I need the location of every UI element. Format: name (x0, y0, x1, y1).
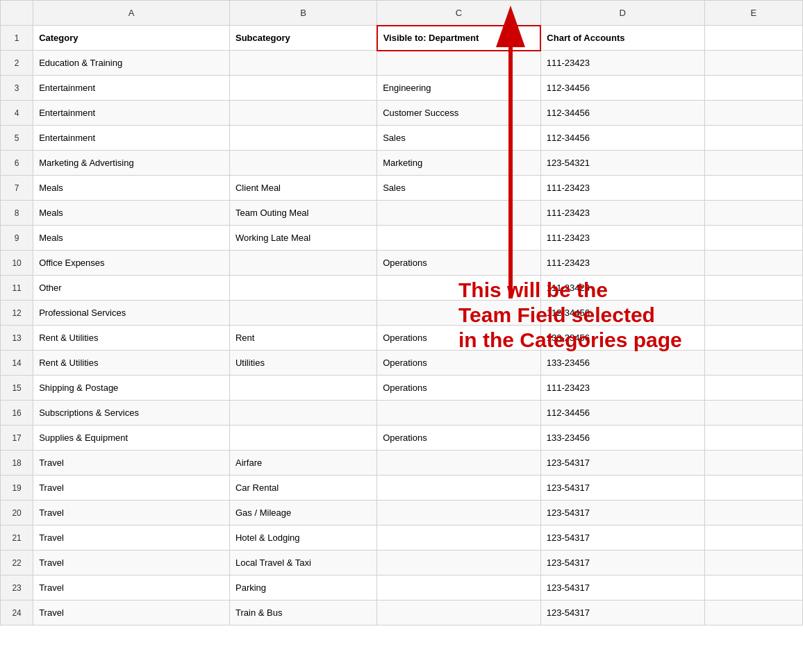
cell-d-21[interactable]: 123-54317 (540, 526, 704, 551)
cell-a-15[interactable]: Shipping & Postage (33, 376, 230, 401)
cell-b-2[interactable] (229, 51, 376, 76)
cell-a-5[interactable]: Entertainment (33, 126, 230, 151)
cell-e-18[interactable] (704, 451, 802, 476)
cell-c-21[interactable] (377, 526, 541, 551)
cell-a-4[interactable]: Entertainment (33, 101, 230, 126)
cell-e-14[interactable] (704, 351, 802, 376)
cell-a-19[interactable]: Travel (33, 476, 230, 501)
cell-a-9[interactable]: Meals (33, 226, 230, 251)
cell-d-6[interactable]: 123-54321 (540, 151, 704, 176)
cell-e-11[interactable] (704, 276, 802, 301)
cell-a-3[interactable]: Entertainment (33, 76, 230, 101)
cell-b-12[interactable] (229, 301, 376, 326)
cell-c-8[interactable] (377, 201, 541, 226)
cell-d-12[interactable]: 112-34456 (540, 301, 704, 326)
cell-c-6[interactable]: Marketing (377, 151, 541, 176)
cell-d-8[interactable]: 111-23423 (540, 201, 704, 226)
cell-d-2[interactable]: 111-23423 (540, 51, 704, 76)
col-header-d[interactable]: D (540, 1, 704, 26)
col-header-a[interactable]: A (33, 1, 230, 26)
cell-c-17[interactable]: Operations (377, 426, 541, 451)
cell-e-5[interactable] (704, 126, 802, 151)
cell-a-6[interactable]: Marketing & Advertising (33, 151, 230, 176)
cell-b-20[interactable]: Gas / Mileage (229, 501, 376, 526)
cell-c-22[interactable] (377, 551, 541, 576)
cell-d-1[interactable]: Chart of Accounts (540, 26, 704, 51)
cell-a-21[interactable]: Travel (33, 526, 230, 551)
cell-d-11[interactable]: 111-23423 (540, 276, 704, 301)
cell-c-19[interactable] (377, 476, 541, 501)
cell-d-22[interactable]: 123-54317 (540, 551, 704, 576)
cell-a-1[interactable]: Category (33, 26, 230, 51)
cell-d-23[interactable]: 123-54317 (540, 576, 704, 600)
cell-e-17[interactable] (704, 426, 802, 451)
cell-e-21[interactable] (704, 526, 802, 551)
cell-c-11[interactable] (377, 276, 541, 301)
cell-e-2[interactable] (704, 51, 802, 76)
cell-b-6[interactable] (229, 151, 376, 176)
cell-c-12[interactable] (377, 301, 541, 326)
cell-d-20[interactable]: 123-54317 (540, 501, 704, 526)
cell-a-16[interactable]: Subscriptions & Services (33, 401, 230, 426)
cell-d-17[interactable]: 133-23456 (540, 426, 704, 451)
cell-c-23[interactable] (377, 576, 541, 600)
cell-e-7[interactable] (704, 176, 802, 201)
cell-e-10[interactable] (704, 251, 802, 276)
cell-c-3[interactable]: Engineering (377, 76, 541, 101)
cell-d-13[interactable]: 133-23456 (540, 326, 704, 351)
cell-d-16[interactable]: 112-34456 (540, 401, 704, 426)
cell-e-19[interactable] (704, 476, 802, 501)
cell-c-1[interactable]: Visible to: Department (377, 26, 541, 51)
cell-a-7[interactable]: Meals (33, 176, 230, 201)
cell-e-4[interactable] (704, 101, 802, 126)
cell-c-9[interactable] (377, 226, 541, 251)
cell-a-23[interactable]: Travel (33, 576, 230, 600)
cell-d-5[interactable]: 112-34456 (540, 126, 704, 151)
cell-a-11[interactable]: Other (33, 276, 230, 301)
cell-c-13[interactable]: Operations (377, 326, 541, 351)
cell-d-19[interactable]: 123-54317 (540, 476, 704, 501)
col-header-c[interactable]: C (377, 1, 541, 26)
col-header-e[interactable]: E (704, 1, 802, 26)
cell-c-7[interactable]: Sales (377, 176, 541, 201)
cell-c-20[interactable] (377, 501, 541, 526)
cell-b-18[interactable]: Airfare (229, 451, 376, 476)
cell-a-2[interactable]: Education & Training (33, 51, 230, 76)
cell-b-4[interactable] (229, 101, 376, 126)
cell-a-17[interactable]: Supplies & Equipment (33, 426, 230, 451)
cell-b-19[interactable]: Car Rental (229, 476, 376, 501)
cell-d-14[interactable]: 133-23456 (540, 351, 704, 376)
cell-e-6[interactable] (704, 151, 802, 176)
cell-c-4[interactable]: Customer Success (377, 101, 541, 126)
cell-b-11[interactable] (229, 276, 376, 301)
cell-a-14[interactable]: Rent & Utilities (33, 351, 230, 376)
cell-a-24[interactable]: Travel (33, 600, 230, 625)
cell-a-13[interactable]: Rent & Utilities (33, 326, 230, 351)
cell-d-18[interactable]: 123-54317 (540, 451, 704, 476)
cell-b-22[interactable]: Local Travel & Taxi (229, 551, 376, 576)
cell-e-15[interactable] (704, 376, 802, 401)
cell-a-8[interactable]: Meals (33, 201, 230, 226)
cell-a-10[interactable]: Office Expenses (33, 251, 230, 276)
cell-e-20[interactable] (704, 501, 802, 526)
cell-a-20[interactable]: Travel (33, 501, 230, 526)
cell-b-16[interactable] (229, 401, 376, 426)
cell-e-16[interactable] (704, 401, 802, 426)
cell-a-12[interactable]: Professional Services (33, 301, 230, 326)
cell-d-15[interactable]: 111-23423 (540, 376, 704, 401)
cell-b-10[interactable] (229, 251, 376, 276)
cell-b-24[interactable]: Train & Bus (229, 600, 376, 625)
cell-b-7[interactable]: Client Meal (229, 176, 376, 201)
cell-c-10[interactable]: Operations (377, 251, 541, 276)
cell-c-16[interactable] (377, 401, 541, 426)
cell-d-24[interactable]: 123-54317 (540, 600, 704, 625)
cell-b-8[interactable]: Team Outing Meal (229, 201, 376, 226)
cell-e-12[interactable] (704, 301, 802, 326)
cell-b-3[interactable] (229, 76, 376, 101)
cell-d-10[interactable]: 111-23423 (540, 251, 704, 276)
cell-d-4[interactable]: 112-34456 (540, 101, 704, 126)
cell-b-5[interactable] (229, 126, 376, 151)
cell-e-1[interactable] (704, 26, 802, 51)
cell-e-13[interactable] (704, 326, 802, 351)
cell-b-23[interactable]: Parking (229, 576, 376, 600)
